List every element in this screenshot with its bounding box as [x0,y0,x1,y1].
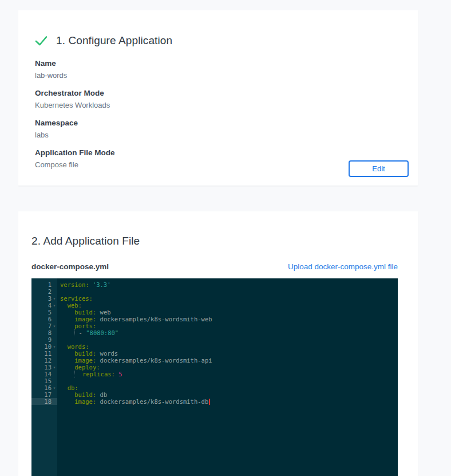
line-number: 10 [31,343,52,350]
code-token: "8080:80" [86,329,118,336]
code-line[interactable]: version: '3.3' [60,281,398,288]
code-token [75,371,82,377]
gutter-cell: 6 [31,316,57,322]
code-token: 5 [118,371,122,377]
gutter-cell: 3▾ [31,295,57,302]
code-line[interactable]: image: dockersamples/k8s-wordsmith-web [60,316,398,322]
gutter-cell: 11 [31,350,57,357]
line-number: 6 [31,316,52,322]
code-token [60,343,68,350]
gutter-cell: 14 [31,371,57,377]
gutter-cell: 9 [31,336,57,343]
code-line[interactable] [60,288,398,295]
gutter-cell: 15 [31,377,57,384]
line-number: 8 [31,329,52,336]
add-application-file-card: 2. Add Application File docker-compose.y… [18,211,418,476]
summary-field: Namelab-words [35,59,418,80]
field-value: labs [35,131,418,139]
code-token: words: [68,343,89,350]
code-line[interactable]: - "8080:80" [60,329,398,336]
line-number: 12 [31,357,52,364]
line-number: 1 [31,281,52,288]
code-token: replicas: [82,371,115,377]
config-summary-fields: Namelab-wordsOrchestrator ModeKubernetes… [35,59,418,169]
line-number: 11 [31,350,52,357]
code-token [60,384,68,391]
editor-gutter: 123▾4▾567▾8910▾111213▾141516▾1718 [31,278,57,476]
code-token: build: [74,391,96,398]
code-token: version: [60,281,89,288]
code-line[interactable]: image: dockersamples/k8s-wordsmith-db [60,398,398,405]
code-token: db [96,391,107,398]
code-line[interactable]: build: words [60,350,398,357]
code-token: words [96,350,118,357]
line-number: 17 [31,391,52,398]
code-token: dockersamples/k8s-wordsmith-api [96,357,212,364]
configure-application-card: 1. Configure Application Namelab-wordsOr… [18,10,418,186]
edit-button[interactable]: Edit [349,160,409,177]
line-number: 9 [31,336,52,343]
field-value: lab-words [35,72,418,80]
field-label: Name [35,59,418,68]
code-line[interactable]: deploy: [60,364,398,371]
code-token [60,329,75,336]
gutter-cell: 8 [31,329,57,336]
line-number: 15 [31,377,52,384]
section2-header: 2. Add Application File [31,235,418,247]
compose-code-editor[interactable]: 123▾4▾567▾8910▾111213▾141516▾1718 versio… [31,278,398,476]
code-line[interactable]: ports: [60,322,398,329]
gutter-cell: 12 [31,357,57,364]
line-number: 16 [31,384,52,391]
code-line[interactable]: image: dockersamples/k8s-wordsmith-api [60,357,398,364]
code-line[interactable]: replicas: 5 [60,371,398,377]
code-line[interactable]: services: [60,295,398,302]
upload-compose-file-link[interactable]: Upload docker-compose.yml file [288,262,398,271]
gutter-cell: 2 [31,288,57,295]
code-token [60,391,74,398]
line-number: 14 [31,371,52,377]
line-number: 5 [31,309,52,316]
code-line[interactable]: build: web [60,309,398,316]
code-line[interactable]: web: [60,302,398,309]
code-line[interactable]: build: db [60,391,398,398]
field-label: Namespace [35,119,418,127]
summary-field: Orchestrator ModeKubernetes Workloads [35,89,418,109]
file-row: docker-compose.yml Upload docker-compose… [31,262,398,271]
gutter-cell: 4▾ [31,302,57,309]
code-token [60,357,74,364]
gutter-cell: 10▾ [31,343,57,350]
code-token: dockersamples/k8s-wordsmith-web [96,316,212,322]
line-number: 3 [31,295,52,302]
code-token: services: [60,295,93,302]
code-line[interactable] [60,377,398,384]
code-token [60,322,74,329]
code-token: image: [74,316,96,322]
line-number: 18 [31,398,52,405]
code-line[interactable]: words: [60,343,398,350]
code-token: db: [68,384,78,391]
gutter-cell: 16▾ [31,384,57,391]
code-token [60,350,74,357]
check-icon [35,36,48,46]
code-token: deploy: [74,364,100,371]
code-token: '3.3' [93,281,111,288]
code-token: ports: [74,322,96,329]
code-line[interactable] [60,336,398,343]
code-line[interactable]: db: [60,384,398,391]
code-token: web [96,309,110,316]
gutter-cell: 18 [31,398,57,405]
summary-field: Namespacelabs [35,119,418,139]
line-number: 13 [31,364,52,371]
line-number: 7 [31,322,52,329]
section1-title: 1. Configure Application [56,34,172,47]
editor-code-area[interactable]: version: '3.3'services: web: build: web … [57,278,398,476]
code-token: build: [74,309,96,316]
gutter-cell: 13▾ [31,364,57,371]
code-token [60,309,74,316]
gutter-cell: 17 [31,391,57,398]
code-token: image: [74,357,96,364]
compose-file-label: docker-compose.yml [31,262,109,271]
code-token: image: [74,398,96,405]
line-number: 2 [31,288,52,295]
field-label: Orchestrator Mode [35,89,418,97]
